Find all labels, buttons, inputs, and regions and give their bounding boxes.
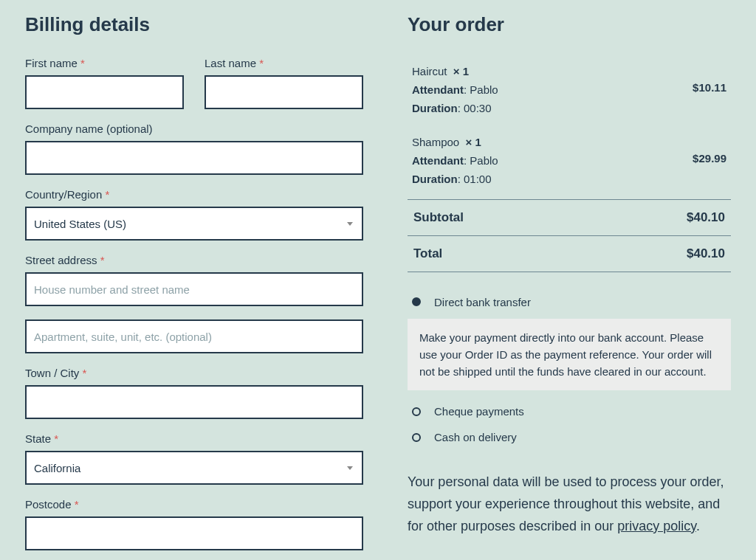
company-input[interactable]	[25, 141, 363, 175]
item-qty: × 1	[466, 136, 481, 148]
duration-value: 01:00	[464, 173, 492, 185]
country-label: Country/Region *	[25, 188, 363, 201]
payment-methods: Direct bank transfer Make your payment d…	[408, 293, 731, 447]
payment-description: Make your payment directly into our bank…	[408, 319, 731, 391]
required-asterisk: *	[54, 432, 58, 445]
order-totals: Subtotal $40.10 Total $40.10	[408, 199, 731, 272]
billing-heading: Billing details	[25, 13, 363, 36]
required-asterisk: *	[100, 254, 105, 266]
radio-icon	[412, 433, 421, 442]
attendant-label: Attendant	[412, 83, 464, 96]
last-name-label: Last name *	[205, 57, 363, 69]
state-value: California	[34, 462, 347, 474]
duration-value: 00:30	[464, 102, 492, 114]
street-address-1-input[interactable]	[25, 272, 363, 306]
required-asterisk: *	[80, 57, 85, 69]
item-qty: × 1	[453, 65, 469, 77]
order-item: Shampoo × 1 Attendant: Pablo Duration: 0…	[408, 128, 731, 198]
street-label: Street address *	[25, 254, 363, 266]
duration-label: Duration	[412, 173, 458, 185]
postcode-input[interactable]	[25, 516, 363, 550]
order-items: Haircut × 1 Attendant: Pablo Duration: 0…	[408, 57, 731, 199]
city-input[interactable]	[25, 385, 363, 419]
attendant-value: Pablo	[470, 83, 498, 96]
street-address-2-input[interactable]	[25, 319, 363, 353]
company-label: Company name (optional)	[25, 122, 363, 135]
country-value: United States (US)	[34, 218, 347, 230]
payment-label: Cheque payments	[434, 405, 524, 418]
postcode-label: Postcode *	[25, 498, 363, 511]
subtotal-value: $40.10	[687, 210, 725, 225]
required-asterisk: *	[105, 188, 109, 201]
city-label: Town / City *	[25, 367, 363, 379]
payment-label: Direct bank transfer	[434, 296, 531, 308]
attendant-label: Attendant	[412, 154, 464, 167]
last-name-input[interactable]	[205, 75, 363, 109]
state-select[interactable]: California	[25, 451, 363, 485]
required-asterisk: *	[75, 498, 79, 511]
item-name: Haircut	[412, 65, 447, 77]
required-asterisk: *	[259, 57, 264, 69]
payment-label: Cash on delivery	[434, 431, 517, 443]
total-label: Total	[413, 246, 442, 261]
item-name: Shampoo	[412, 136, 459, 148]
required-asterisk: *	[83, 367, 87, 379]
order-item: Haircut × 1 Attendant: Pablo Duration: 0…	[408, 57, 731, 128]
subtotal-label: Subtotal	[413, 210, 464, 225]
billing-section: Billing details First name * Last name *…	[25, 13, 363, 560]
order-heading: Your order	[408, 13, 731, 36]
privacy-policy-link[interactable]: privacy policy	[617, 519, 696, 533]
item-price: $29.99	[693, 150, 726, 168]
total-row: Total $40.10	[408, 236, 731, 272]
item-price: $10.11	[693, 79, 726, 97]
chevron-down-icon	[347, 222, 353, 226]
privacy-notice: Your personal data will be used to proce…	[408, 471, 731, 537]
first-name-label: First name *	[25, 57, 184, 69]
radio-icon	[412, 297, 421, 306]
chevron-down-icon	[347, 466, 353, 470]
payment-option-cod[interactable]: Cash on delivery	[408, 428, 731, 446]
payment-option-direct-bank[interactable]: Direct bank transfer	[408, 293, 731, 311]
country-select[interactable]: United States (US)	[25, 207, 363, 241]
payment-option-cheque[interactable]: Cheque payments	[408, 402, 731, 421]
radio-icon	[412, 407, 421, 416]
first-name-input[interactable]	[25, 75, 184, 109]
state-label: State *	[25, 432, 363, 445]
subtotal-row: Subtotal $40.10	[408, 200, 731, 236]
order-section: Your order Haircut × 1 Attendant: Pablo …	[408, 13, 731, 560]
duration-label: Duration	[412, 102, 458, 114]
attendant-value: Pablo	[470, 154, 498, 167]
total-value: $40.10	[687, 246, 725, 261]
